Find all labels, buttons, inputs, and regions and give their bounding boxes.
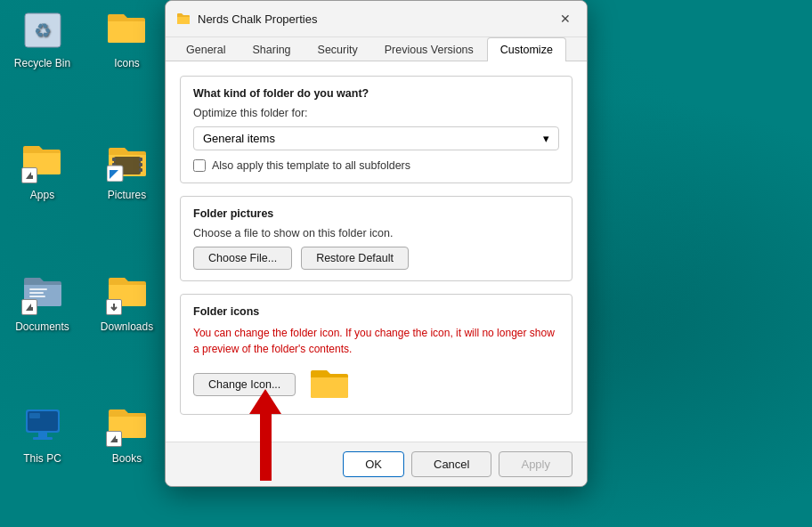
desktop-icon-documents[interactable]: Documents — [0, 264, 85, 395]
dialog-footer: OK Cancel Apply — [166, 442, 587, 486]
apps-label: Apps — [30, 189, 54, 201]
dialog-close-button[interactable]: ✕ — [555, 8, 576, 29]
icons-folder-icon — [106, 9, 147, 45]
dialog-title-text: Nerds Chalk Properties — [198, 12, 317, 26]
this-pc-label: This PC — [23, 452, 61, 465]
tab-previous-versions[interactable]: Previous Versions — [371, 37, 487, 61]
dialog-content: What kind of folder do you want? Optimiz… — [166, 61, 587, 442]
svg-rect-15 — [38, 433, 47, 437]
folder-pictures-title: Folder pictures — [193, 207, 559, 220]
properties-dialog: Nerds Chalk Properties ✕ General Sharing… — [165, 0, 588, 487]
folder-icons-warning: You can change the folder icon. If you c… — [193, 325, 559, 357]
recycle-bin-icon: ♻ — [22, 9, 63, 50]
dialog-titlebar: Nerds Chalk Properties ✕ — [166, 1, 587, 37]
desktop-icon-apps[interactable]: Apps — [0, 132, 85, 264]
tab-general[interactable]: General — [173, 37, 239, 61]
svg-rect-8 — [139, 168, 142, 172]
icons-label: Icons — [114, 57, 140, 69]
folder-type-dropdown[interactable]: General items ▾ — [193, 126, 559, 150]
shortcut-arrow-icon — [24, 170, 35, 181]
apply-button[interactable]: Apply — [499, 451, 572, 477]
svg-rect-16 — [33, 437, 53, 440]
tab-sharing[interactable]: Sharing — [239, 37, 304, 61]
cancel-button[interactable]: Cancel — [411, 451, 491, 477]
this-pc-icon — [22, 404, 63, 445]
svg-rect-10 — [29, 288, 47, 290]
pictures-icon — [107, 141, 148, 182]
apps-arrow-badge — [21, 167, 37, 183]
downloads-shortcut-arrow-icon — [109, 302, 119, 312]
pictures-label: Pictures — [108, 189, 146, 201]
desktop-icon-this-pc[interactable]: This PC — [0, 395, 85, 527]
red-arrow-annotation — [249, 389, 281, 481]
folder-title-icon — [176, 12, 191, 26]
svg-rect-17 — [29, 413, 40, 418]
dialog-tabs: General Sharing Security Previous Versio… — [166, 37, 587, 61]
folder-type-section: What kind of folder do you want? Optimiz… — [180, 76, 572, 183]
svg-rect-6 — [139, 158, 142, 161]
downloads-arrow-badge — [106, 299, 122, 315]
desktop-icon-icons[interactable]: Icons — [85, 0, 169, 132]
svg-rect-7 — [139, 163, 142, 166]
subfolders-checkbox-row: Also apply this template to all subfolde… — [193, 159, 559, 172]
folder-icons-title: Folder icons — [193, 305, 559, 318]
restore-default-button[interactable]: Restore Default — [301, 247, 409, 270]
books-label: Books — [112, 452, 142, 465]
folder-preview-icon — [310, 366, 349, 400]
recycle-bin-label: Recycle Bin — [14, 57, 70, 69]
documents-label: Documents — [15, 320, 69, 333]
subfolders-label: Also apply this template to all subfolde… — [212, 159, 410, 172]
svg-rect-12 — [29, 296, 45, 297]
books-shortcut-arrow-icon — [109, 434, 119, 444]
chevron-down-icon: ▾ — [543, 132, 549, 145]
svg-rect-11 — [29, 292, 44, 294]
arrow-head-up — [249, 389, 281, 414]
folder-pictures-buttons: Choose File... Restore Default — [193, 247, 559, 270]
tab-customize[interactable]: Customize — [487, 37, 566, 61]
books-arrow-badge — [106, 431, 122, 447]
folder-pictures-label: Choose a file to show on this folder ico… — [193, 227, 559, 239]
desktop-icon-recycle-bin[interactable]: ♻ Recycle Bin — [0, 0, 85, 132]
desktop-icon-downloads[interactable]: Downloads — [85, 264, 169, 395]
folder-pictures-section: Folder pictures Choose a file to show on… — [180, 196, 572, 281]
arrow-shaft — [260, 414, 272, 481]
change-icon-row: Change Icon... — [193, 366, 559, 403]
documents-arrow-badge — [21, 299, 37, 315]
downloads-label: Downloads — [101, 320, 153, 333]
desktop-icon-pictures[interactable]: Pictures — [85, 132, 169, 264]
subfolders-checkbox[interactable] — [193, 159, 206, 172]
folder-type-title: What kind of folder do you want? — [193, 87, 559, 100]
desktop-icon-books[interactable]: Books — [85, 395, 169, 527]
documents-shortcut-arrow-icon — [24, 302, 35, 312]
svg-text:♻: ♻ — [34, 20, 52, 42]
folder-preview — [310, 366, 349, 403]
tab-security[interactable]: Security — [304, 37, 371, 61]
dialog-title-left: Nerds Chalk Properties — [176, 12, 317, 26]
svg-rect-3 — [112, 158, 116, 161]
choose-file-button[interactable]: Choose File... — [193, 247, 292, 270]
desktop-icons: ♻ Recycle Bin Icons — [0, 0, 169, 527]
folder-icons-section: Folder icons You can change the folder i… — [180, 294, 572, 415]
ok-button[interactable]: OK — [343, 451, 404, 477]
optimize-label: Optimize this folder for: — [193, 107, 559, 119]
dropdown-value: General items — [203, 132, 275, 145]
